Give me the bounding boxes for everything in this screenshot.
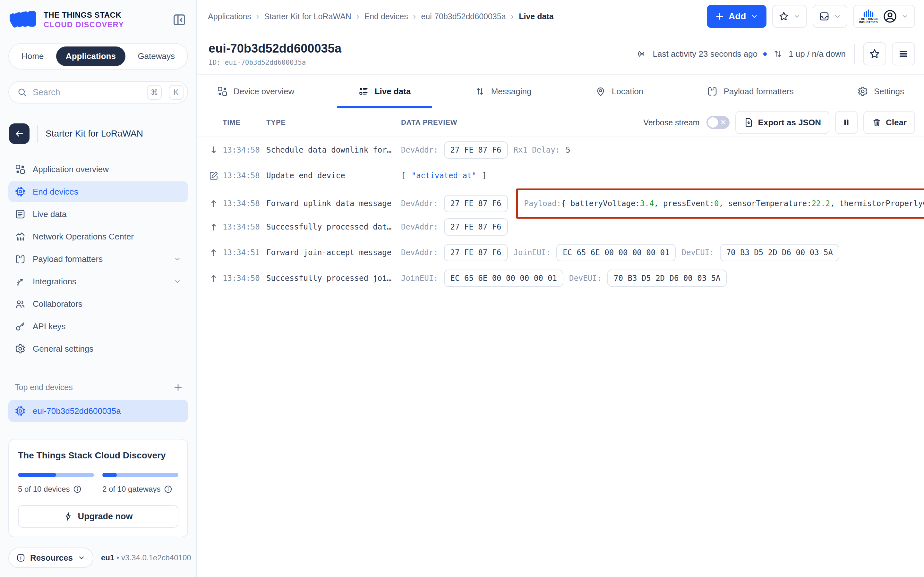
cluster-name: eu1	[101, 553, 114, 562]
event-type: Forward join-accept message	[266, 248, 401, 257]
preview-label: DevAddr:	[401, 248, 438, 257]
preview-label: DevEUI:	[682, 248, 714, 257]
sidebar-device-item[interactable]: eui-70b3d52dd600035a	[8, 400, 188, 422]
tab-settings[interactable]: Settings	[857, 75, 904, 108]
back-button[interactable]	[9, 123, 29, 144]
event-time: 13:34:58	[223, 145, 266, 155]
resources-label: Resources	[30, 553, 73, 563]
tab-payload-formatters[interactable]: Payload formatters	[707, 75, 793, 108]
preview-string: "activated_at"	[411, 171, 476, 180]
info-icon[interactable]	[73, 485, 82, 494]
breadcrumb-item[interactable]: Applications	[208, 12, 251, 21]
breadcrumb-item: Live data	[519, 12, 553, 21]
devices-progress-fill	[18, 473, 56, 477]
sidebar-item-collaborators[interactable]: Collaborators	[8, 293, 188, 314]
event-type: Update end device	[266, 171, 401, 180]
event-type: Schedule data downlink for…	[266, 145, 401, 155]
notifications-dropdown[interactable]	[813, 5, 847, 28]
breadcrumb-item[interactable]: eui-70b3d52dd600035a	[421, 12, 506, 21]
device-tabs: Device overviewLive dataMessagingLocatio…	[197, 75, 924, 108]
event-data-preview: DevAddr:27 FE 87 F6Rx1 Delay:5	[401, 141, 924, 159]
sidebar-item-payload-formatters[interactable]: Payload formatters	[8, 248, 188, 269]
avatar-icon	[882, 9, 898, 24]
chevron-down-icon	[750, 12, 759, 21]
info-icon[interactable]	[164, 485, 173, 494]
sidebar-item-label: General settings	[33, 344, 94, 354]
preview-number: 3.4	[640, 199, 654, 208]
pin-icon	[595, 86, 606, 97]
brand-line1: THE THINGS STACK	[44, 11, 124, 19]
console-nav-gateways[interactable]: Gateways	[128, 47, 184, 66]
info-icon	[16, 553, 26, 562]
uplink-icon	[208, 198, 223, 209]
trash-icon	[872, 117, 882, 127]
payloadfmt-icon	[15, 253, 26, 264]
sidebar-item-end-devices[interactable]: End devices	[8, 181, 188, 202]
preview-number: 0	[714, 199, 719, 208]
data-badge: 70 B3 D5 2D D6 00 03 5A	[720, 244, 839, 261]
sidebar-item-general-settings[interactable]: General settings	[8, 338, 188, 359]
preview-label: JoinEUI:	[514, 248, 551, 257]
preview-code: { batteryVoltage:	[561, 199, 640, 208]
breadcrumb-item[interactable]: Starter Kit for LoRaWAN	[264, 12, 351, 21]
event-row[interactable]: 13:34:58Update end device[ "activated_at…	[197, 163, 924, 189]
event-time: 13:34:51	[223, 248, 266, 257]
current-application-name: Starter Kit for LoRaWAN	[45, 129, 143, 139]
tab-live-data[interactable]: Live data	[358, 75, 411, 108]
preview-label: Payload:	[524, 199, 561, 208]
sidebar-item-label: End devices	[33, 187, 78, 197]
sidebar-item-api-keys[interactable]: API keys	[8, 316, 188, 337]
integrations-icon	[15, 276, 26, 287]
search-input[interactable]: Search ⌘ K	[8, 81, 188, 103]
bookmark-device-button[interactable]	[863, 42, 886, 65]
preview-label: DevAddr:	[401, 145, 438, 155]
console-version: v3.34.0.1e2cb40100	[121, 553, 191, 562]
toggle-off-icon: ✕	[720, 117, 726, 127]
upgrade-now-button[interactable]: Upgrade now	[18, 505, 178, 528]
verbose-stream-toggle[interactable]: ✕	[706, 116, 730, 129]
event-time: 13:34:50	[223, 274, 266, 283]
console-nav-home[interactable]: Home	[12, 47, 53, 66]
account-menu[interactable]: THE THINGS INDUSTRIES	[853, 5, 915, 28]
sidebar-item-network-operations-center[interactable]: Network Operations Center	[8, 226, 188, 247]
bolt-icon	[63, 512, 73, 521]
console-nav-applications[interactable]: Applications	[56, 47, 126, 66]
event-row[interactable]: 13:34:51Forward join-accept messageDevAd…	[197, 240, 924, 266]
chip-icon	[15, 186, 26, 197]
event-row[interactable]: 13:34:50Successfully processed joi…JoinE…	[197, 266, 924, 291]
shortcut-k-key: K	[169, 85, 184, 100]
sidebar-device-label: eui-70b3d52dd600035a	[33, 406, 121, 416]
pause-stream-button[interactable]	[835, 111, 858, 134]
sidebar-nav: Application overviewEnd devicesLive data…	[8, 159, 188, 359]
clear-stream-button[interactable]: Clear	[863, 111, 915, 134]
overview-icon	[15, 164, 26, 175]
plan-title: The Things Stack Cloud Discovery	[18, 450, 178, 461]
overview-icon	[217, 86, 228, 97]
add-end-device-button[interactable]	[171, 380, 186, 395]
sidebar-item-live-data[interactable]: Live data	[8, 203, 188, 225]
preview-number: 22.2	[811, 199, 830, 208]
devices-progress-track	[18, 473, 94, 477]
resources-dropdown[interactable]: Resources	[8, 548, 94, 568]
event-row[interactable]: 13:34:58Forward uplink data messageDevAd…	[197, 189, 924, 214]
bookmarks-dropdown[interactable]	[772, 5, 807, 28]
export-json-button[interactable]: Export as JSON	[735, 111, 829, 134]
event-data-preview: DevAddr:27 FE 87 F6Payload: { batteryVol…	[401, 189, 924, 219]
tab-label: Live data	[375, 87, 411, 97]
gateways-progress-track	[102, 473, 178, 477]
chevron-down-icon	[78, 554, 86, 562]
collapse-sidebar-button[interactable]	[172, 13, 187, 27]
device-menu-button[interactable]	[892, 42, 915, 65]
tab-location[interactable]: Location	[595, 75, 643, 108]
sidebar-item-application-overview[interactable]: Application overview	[8, 159, 188, 180]
tab-device-overview[interactable]: Device overview	[217, 75, 294, 108]
sidebar-item-label: Payload formatters	[33, 254, 103, 264]
breadcrumb-item[interactable]: End devices	[365, 12, 408, 21]
data-badge: EC 65 6E 00 00 00 00 01	[444, 269, 564, 287]
event-row[interactable]: 13:34:58Schedule data downlink for…DevAd…	[197, 137, 924, 163]
add-button[interactable]: Add	[707, 5, 766, 28]
sidebar-item-integrations[interactable]: Integrations	[8, 271, 188, 292]
tab-messaging[interactable]: Messaging	[475, 75, 531, 108]
things-stack-logo[interactable]: THE THINGS STACK CLOUD DISCOVERY	[10, 10, 124, 30]
cluster-separator: •	[116, 553, 119, 562]
